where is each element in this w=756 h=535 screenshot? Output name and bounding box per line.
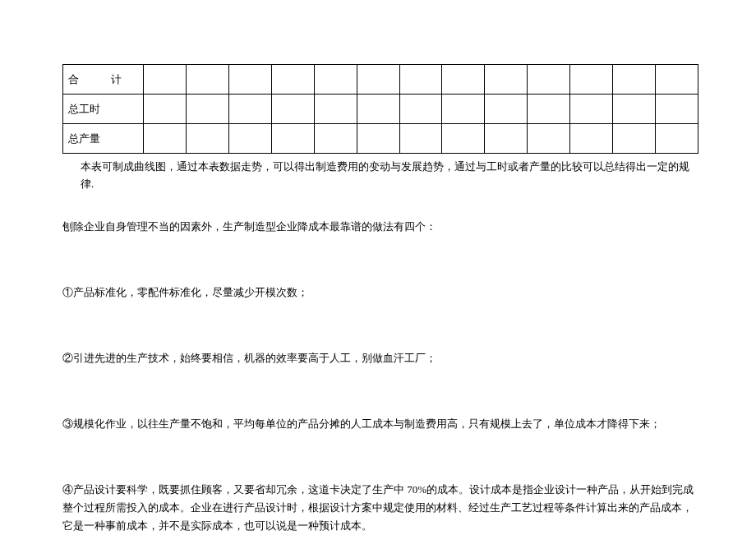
table-cell	[442, 65, 485, 95]
table-row: 总工时	[63, 95, 698, 124]
table-cell	[442, 95, 485, 124]
row-label: 总工时	[63, 95, 144, 124]
table-cell	[656, 124, 698, 154]
table-cell	[399, 124, 442, 154]
table-cell	[399, 95, 442, 124]
table-cell	[186, 124, 228, 154]
table-cell	[314, 124, 357, 154]
table-row: 合 计	[63, 65, 698, 95]
table-cell	[613, 65, 656, 95]
table-cell	[528, 95, 570, 124]
table-cell	[186, 95, 228, 124]
row-label: 合 计	[63, 65, 144, 95]
table-cell	[228, 95, 271, 124]
table-cell	[528, 124, 570, 154]
table-cell	[485, 95, 528, 124]
table-cell	[314, 65, 357, 95]
table-cell	[144, 124, 187, 154]
table-cell	[271, 65, 314, 95]
table-cell	[656, 65, 698, 95]
table-cell	[357, 65, 399, 95]
table-cell	[314, 95, 357, 124]
table-cell	[570, 95, 613, 124]
table-cell	[144, 65, 187, 95]
table-cell	[186, 65, 228, 95]
table-cell	[357, 95, 399, 124]
list-item-2: ②引进先进的生产技术，始终要相信，机器的效率要高于人工，别做血汗工厂；	[62, 349, 698, 367]
table-cell	[613, 95, 656, 124]
table-cell	[144, 95, 187, 124]
row-label: 总产量	[63, 124, 144, 154]
table-cell	[271, 95, 314, 124]
table-cell	[485, 124, 528, 154]
table-cell	[570, 124, 613, 154]
table-note: 本表可制成曲线图，通过本表数据走势，可以得出制造费用的变动与发展趋势，通过与工时…	[62, 159, 698, 193]
table-row: 总产量	[63, 124, 698, 154]
list-item-4: ④产品设计要科学，既要抓住顾客，又要省却冗余，这道卡决定了生产中 70%的成本。…	[62, 481, 698, 535]
table-cell	[228, 65, 271, 95]
table-cell	[485, 65, 528, 95]
table-cell	[613, 124, 656, 154]
table-cell	[570, 65, 613, 95]
table-cell	[228, 124, 271, 154]
table-cell	[528, 65, 570, 95]
list-item-1: ①产品标准化，零配件标准化，尽量减少开模次数；	[62, 284, 698, 302]
table-cell	[357, 124, 399, 154]
list-item-3: ③规模化作业，以往生产量不饱和，平均每单位的产品分摊的人工成本与制造费用高，只有…	[62, 415, 698, 433]
table-cell	[656, 95, 698, 124]
summary-table: 合 计总工时总产量	[62, 64, 698, 154]
table-cell	[399, 65, 442, 95]
intro-paragraph: 刨除企业自身管理不当的因素外，生产制造型企业降成本最靠谱的做法有四个：	[62, 218, 698, 236]
table-cell	[442, 124, 485, 154]
table-cell	[271, 124, 314, 154]
